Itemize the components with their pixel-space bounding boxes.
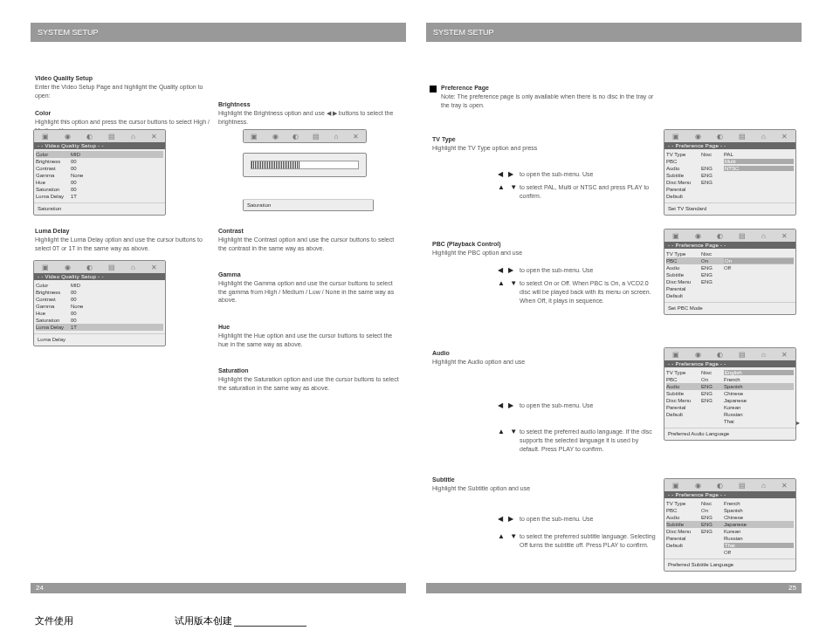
close-icon: ✕ xyxy=(781,232,788,240)
brightness-slider[interactable] xyxy=(243,153,367,177)
menu-row-label: Subtitle xyxy=(666,391,701,396)
lock-icon: ⌂ xyxy=(131,133,135,140)
menu-row-label: PBC xyxy=(666,258,701,264)
arrow-left-right-icon: ◀ ▶ xyxy=(498,170,515,178)
menu-row[interactable]: ParentalKorean xyxy=(666,404,794,411)
menu-row[interactable]: ColorMID xyxy=(36,282,163,289)
video-icon: ▤ xyxy=(108,133,115,140)
menu-row[interactable]: SubtitleENGJapanese xyxy=(666,521,794,528)
left-pagenum-bar: 24 xyxy=(31,583,406,593)
menu-row[interactable]: DefaultRussian xyxy=(666,411,794,418)
menu-footer: Preferred Subtitle Language xyxy=(664,558,795,571)
menu-row-label: Disc Menu xyxy=(666,529,701,534)
menu-row[interactable]: Default xyxy=(666,193,794,200)
tv-icon: ▣ xyxy=(42,264,49,271)
menu-row[interactable]: Default xyxy=(666,292,794,299)
menu-row-value: 1T xyxy=(71,194,93,199)
menu-row[interactable]: SubtitleENG xyxy=(666,172,794,179)
pdf-watermark: 文件使用 试用版本创建 xyxy=(35,614,306,627)
video-icon: ▤ xyxy=(739,351,746,359)
menu-row[interactable]: AudioENGSpanish xyxy=(666,383,794,390)
menu-row[interactable]: ColorMID xyxy=(36,151,163,158)
menu-row-option: Off xyxy=(724,265,794,271)
menu-row-option: Russian xyxy=(724,412,794,417)
close-icon: ✕ xyxy=(151,133,157,140)
menu-footer: Preferred Audio Language xyxy=(664,428,795,440)
menu-row[interactable]: AudioENGOff xyxy=(666,264,794,271)
menu-row[interactable]: SubtitleENG xyxy=(666,271,794,278)
menu-row[interactable]: Disc MenuENGJapanese xyxy=(666,397,794,404)
menu-row[interactable]: SubtitleENGChinese xyxy=(666,390,794,397)
menu-row[interactable]: AudioENGChinese xyxy=(666,514,794,521)
menu-row[interactable]: Off xyxy=(666,549,794,556)
left-header-text: SYSTEM SETUP xyxy=(31,28,99,37)
menu-footer: Set TV Standard xyxy=(664,202,795,215)
menu-row-option: Chinese xyxy=(724,391,794,396)
menu-row-option: French xyxy=(724,377,794,382)
menu-row[interactable]: ParentalRussian xyxy=(666,535,794,542)
menu-row[interactable]: PBCOnOn xyxy=(666,257,794,264)
menu-row[interactable]: Brightness00 xyxy=(36,158,163,165)
dolby-icon: ◐ xyxy=(717,133,723,140)
menu-row[interactable]: Thai xyxy=(666,418,794,425)
menu-title: - - Preference Page - - xyxy=(664,360,795,367)
video-quality-menu-1: ▣ ◉ ◐ ▤ ⌂ ✕ - - Video Quality Setup - - … xyxy=(33,129,166,216)
menu-row[interactable]: TV TypeNtsc xyxy=(666,250,794,257)
menu-row-label: Audio xyxy=(666,166,701,171)
video-quality-menu-2: ▣ ◉ ◐ ▤ ⌂ ✕ - - Video Quality Setup - - … xyxy=(33,260,166,346)
right-header-bar: SYSTEM SETUP xyxy=(426,23,802,42)
menu-icons: ▣ ◉ ◐ ▤ ⌂ ✕ xyxy=(244,130,366,142)
menu-row[interactable]: GammaNone xyxy=(36,172,163,179)
subtitle-block: Subtitle Highlight the Subtitle option a… xyxy=(432,476,655,493)
tvtype-body3: to select PAL, Multi or NTSC and press P… xyxy=(520,183,659,201)
menu-row[interactable]: Disc MenuENG xyxy=(666,179,794,186)
menu-row[interactable]: TV TypeNtscPAL xyxy=(666,151,794,158)
arrow-left-right-icon: ◀ ▶ xyxy=(498,266,515,274)
pref-menu-audio: ▣◉◐▤⌂✕ - - Preference Page - - TV TypeNt… xyxy=(664,347,796,441)
dolby-icon: ◐ xyxy=(717,482,723,490)
right-header-text: SYSTEM SETUP xyxy=(426,28,494,37)
menu-row-label: Parental xyxy=(666,187,701,192)
menu-row[interactable]: DefaultThai xyxy=(666,542,794,549)
tv-icon: ▣ xyxy=(672,133,679,140)
speaker-icon: ◉ xyxy=(695,482,701,490)
close-icon: ✕ xyxy=(781,482,788,490)
menu-row[interactable]: Disc MenuENG xyxy=(666,278,794,285)
menu-row[interactable]: Brightness00 xyxy=(36,289,163,296)
menu-icons: ▣ ◉ ◐ ▤ ⌂ ✕ xyxy=(34,130,165,142)
scroll-arrow-icon: ▸ xyxy=(796,419,800,427)
menu-row[interactable]: Luma Delay1T xyxy=(36,324,163,331)
menu-row-label: Parental xyxy=(666,286,701,291)
menu-row-option: Chinese xyxy=(724,515,794,520)
menu-row-label: Luma Delay xyxy=(36,194,71,199)
menu-row-value: ENG xyxy=(701,391,724,396)
close-icon: ✕ xyxy=(781,133,788,140)
menu-row[interactable]: TV TypeNtscEnglish xyxy=(666,369,794,376)
menu-row[interactable]: GammaNone xyxy=(36,303,163,310)
square-bullet-icon xyxy=(430,86,437,92)
lock-icon: ⌂ xyxy=(131,264,135,271)
menu-row[interactable]: Contrast00 xyxy=(36,165,163,172)
menu-row-option: PAL xyxy=(724,152,794,157)
menu-row-label: Hue xyxy=(36,180,71,185)
right-pagenum: 25 xyxy=(788,583,802,593)
menu-row[interactable]: PBCOnSpanish xyxy=(666,507,794,514)
menu-row[interactable]: Hue00 xyxy=(36,310,163,317)
menu-icons: ▣◉◐▤⌂✕ xyxy=(664,230,795,242)
menu-row-value: Ntsc xyxy=(701,370,724,375)
menu-row[interactable]: Saturation00 xyxy=(36,317,163,324)
menu-row[interactable]: PBCOnFrench xyxy=(666,376,794,383)
menu-row[interactable]: Parental xyxy=(666,285,794,292)
menu-row[interactable]: Parental xyxy=(666,186,794,193)
menu-row[interactable]: AudioENGNTSC xyxy=(666,165,794,172)
menu-row-value: 00 xyxy=(71,311,93,316)
menu-row[interactable]: Saturation00 xyxy=(36,186,163,193)
menu-row[interactable]: Hue00 xyxy=(36,179,163,186)
menu-row[interactable]: Disc MenuENGKorean xyxy=(666,528,794,535)
menu-row-value: ENG xyxy=(701,180,724,185)
menu-row[interactable]: Contrast00 xyxy=(36,296,163,303)
arrow-up-down-icon: ▲ ▼ xyxy=(498,428,519,435)
menu-row[interactable]: TV TypeNtscFrench xyxy=(666,500,794,507)
menu-row[interactable]: Luma Delay1T xyxy=(36,193,163,200)
menu-row[interactable]: PBCMulti xyxy=(666,158,794,165)
